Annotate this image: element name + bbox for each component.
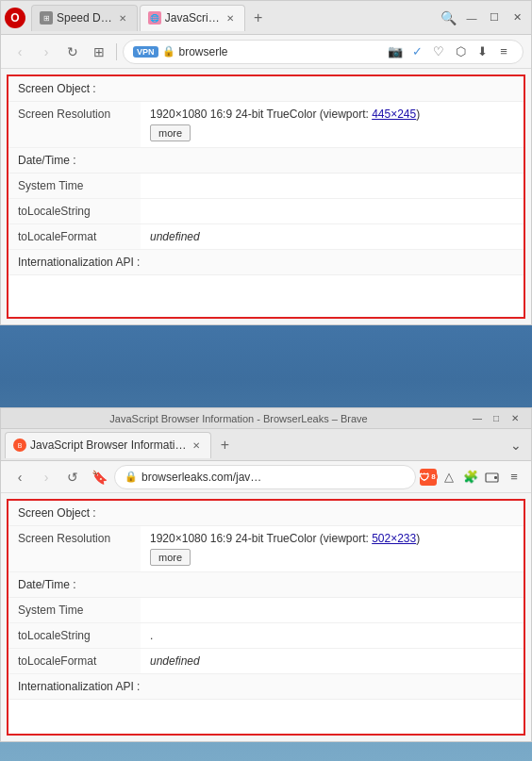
close-button-top[interactable]: ✕ <box>507 8 527 28</box>
opera-logo: O <box>5 8 25 28</box>
back-button-top[interactable]: ‹ <box>8 41 31 63</box>
brave-triangle-icon[interactable]: △ <box>440 468 458 487</box>
brave-tab-close[interactable]: ✕ <box>190 438 203 452</box>
address-action-icons-top: 📷 ✓ ♡ ⬡ ⬇ ≡ <box>386 42 513 61</box>
info-panel-top[interactable]: Screen Object : Screen Resolution 1920×1… <box>7 74 525 319</box>
content-area-top: Screen Object : Screen Resolution 1920×1… <box>1 69 531 324</box>
brave-url-text: browserleaks.com/jav… <box>141 471 406 484</box>
viewport-link-bottom[interactable]: 502×233 <box>372 532 416 545</box>
tab-bar-top: O ⊞ Speed D… ✕ 🌐 JavaScri… ✕ + 🔍 — ☐ ✕ <box>1 1 531 35</box>
brave-dropdown-button[interactable]: ⌄ <box>505 438 527 453</box>
brave-bookmark-button[interactable]: 🔖 <box>88 466 110 488</box>
opera-browser-window: O ⊞ Speed D… ✕ 🌐 JavaScri… ✕ + 🔍 — ☐ ✕ ‹… <box>0 0 532 325</box>
brave-tab-favicon: B <box>13 438 26 452</box>
datetime-header-bottom: Date/Time : <box>8 572 524 598</box>
download-icon-top[interactable]: ⬇ <box>473 42 491 61</box>
brave-shield-icon[interactable]: 🛡 8 <box>420 469 437 486</box>
forward-button-top[interactable]: › <box>35 41 58 63</box>
tab-javascript-info[interactable]: 🌐 JavaScri… ✕ <box>140 5 245 31</box>
internationalization-header-top: Internationalization API : <box>8 250 524 275</box>
speed-dial-close[interactable]: ✕ <box>116 11 129 25</box>
label-tolocalestring-top: toLocaleString <box>8 199 141 224</box>
address-bar-top: ‹ › ↻ ⊞ VPN 🔒 browserle 📷 ✓ ♡ ⬡ ⬇ ≡ <box>1 35 531 69</box>
table-row: System Time <box>8 174 524 199</box>
settings-icon-top[interactable]: ≡ <box>494 42 513 61</box>
brave-close-button[interactable]: ✕ <box>507 410 524 427</box>
label-tolocalestring-bottom: toLocaleString <box>8 623 141 649</box>
brave-menu-icon[interactable]: ≡ <box>505 468 524 487</box>
cube-icon-top[interactable]: ⬡ <box>451 42 470 61</box>
label-screen-resolution-top: Screen Resolution <box>8 102 141 148</box>
table-row: toLocaleFormat undefined <box>8 224 524 250</box>
brave-titlebar: JavaScript Browser Information - Browser… <box>1 408 531 429</box>
table-row: toLocaleFormat undefined <box>8 649 524 674</box>
value-tolocalestring-top <box>141 199 524 224</box>
screen-object-header-top: Screen Object : <box>8 76 524 102</box>
new-tab-button-top[interactable]: + <box>247 7 270 29</box>
brave-action-icons: 🛡 8 △ 🧩 ≡ <box>420 468 524 487</box>
info-table-bottom: Screen Resolution 1920×1080 16:9 24-bit … <box>8 526 524 572</box>
value-screen-resolution-bottom: 1920×1080 16:9 24-bit TrueColor (viewpor… <box>141 526 524 572</box>
info-table-top: Screen Resolution 1920×1080 16:9 24-bit … <box>8 102 524 148</box>
datetime-table-top: System Time toLocaleString toLocaleForma… <box>8 174 524 250</box>
table-row: Screen Resolution 1920×1080 16:9 24-bit … <box>8 102 524 148</box>
table-row: Screen Resolution 1920×1080 16:9 24-bit … <box>8 526 524 572</box>
table-row: toLocaleString . <box>8 623 524 649</box>
more-button-top[interactable]: more <box>150 124 191 141</box>
js-info-favicon: 🌐 <box>148 11 161 25</box>
more-button-bottom[interactable]: more <box>150 549 191 566</box>
js-info-close[interactable]: ✕ <box>224 11 237 25</box>
value-system-time-top <box>141 174 524 199</box>
svg-rect-1 <box>494 476 497 479</box>
brave-back-button[interactable]: ‹ <box>8 466 31 488</box>
label-screen-resolution-bottom: Screen Resolution <box>8 526 141 572</box>
url-text-top: browserle <box>179 45 382 58</box>
tab-search-icon-top[interactable]: 🔍 <box>437 7 459 29</box>
address-field-top[interactable]: VPN 🔒 browserle 📷 ✓ ♡ ⬡ ⬇ ≡ <box>123 40 524 64</box>
reload-button-top[interactable]: ↻ <box>61 41 84 63</box>
viewport-link-top[interactable]: 445×245 <box>372 108 416 121</box>
resolution-full-text-bottom: 1920×1080 16:9 24-bit TrueColor (viewpor… <box>150 532 514 545</box>
table-row: System Time <box>8 598 524 623</box>
minimize-button-top[interactable]: — <box>461 8 482 28</box>
datetime-header-top: Date/Time : <box>8 148 524 174</box>
label-system-time-top: System Time <box>8 174 141 199</box>
resolution-full-text-top: 1920×1080 16:9 24-bit TrueColor (viewpor… <box>150 108 514 121</box>
speed-dial-tab-title: Speed D… <box>57 11 112 25</box>
brave-tab-js-info[interactable]: B JavaScript Browser Informati… ✕ <box>5 432 211 458</box>
tab-speed-dial[interactable]: ⊞ Speed D… ✕ <box>31 5 138 31</box>
lock-icon-top: 🔒 <box>162 45 175 58</box>
brave-dropdown-icon: ⌄ <box>505 438 527 453</box>
screen-object-header-bottom: Screen Object : <box>8 501 524 526</box>
content-area-bottom: Screen Object : Screen Resolution 1920×1… <box>1 493 531 741</box>
check-icon-top[interactable]: ✓ <box>407 42 426 61</box>
info-panel-bottom[interactable]: Screen Object : Screen Resolution 1920×1… <box>7 499 525 736</box>
brave-address-bar: ‹ › ↺ 🔖 🔒 browserleaks.com/jav… 🛡 8 △ 🧩 … <box>1 461 531 493</box>
brave-maximize-button[interactable]: □ <box>488 410 505 427</box>
brave-puzzle-icon[interactable]: 🧩 <box>461 468 480 487</box>
grid-button-top[interactable]: ⊞ <box>88 41 110 63</box>
internationalization-header-bottom: Internationalization API : <box>8 674 524 700</box>
wallet-svg-icon <box>485 470 500 485</box>
brave-wallet-icon[interactable] <box>483 468 502 487</box>
resolution-value-bottom: 1920×1080 16:9 24-bit TrueColor (viewpor… <box>150 532 514 566</box>
speed-dial-favicon: ⊞ <box>40 11 53 25</box>
label-tolocaleformat-bottom: toLocaleFormat <box>8 649 141 674</box>
value-tolocaleformat-top: undefined <box>141 224 524 250</box>
resolution-value-top: 1920×1080 16:9 24-bit TrueColor (viewpor… <box>150 108 514 141</box>
datetime-table-bottom: System Time toLocaleString . toLocaleFor… <box>8 598 524 674</box>
brave-minimize-button[interactable]: — <box>469 410 486 427</box>
camera-icon-top[interactable]: 📷 <box>386 42 405 61</box>
heart-icon-top[interactable]: ♡ <box>429 42 448 61</box>
brave-tab-bar: B JavaScript Browser Informati… ✕ + ⌄ <box>1 429 531 461</box>
brave-reload-button[interactable]: ↺ <box>61 466 84 488</box>
brave-window-controls: — □ ✕ <box>469 410 524 427</box>
brave-address-field[interactable]: 🔒 browserleaks.com/jav… <box>114 465 416 489</box>
js-info-tab-title: JavaScri… <box>165 11 220 25</box>
brave-new-tab-button[interactable]: + <box>213 434 236 456</box>
maximize-button-top[interactable]: ☐ <box>484 8 505 28</box>
brave-shield-badge: 8 <box>429 472 437 481</box>
brave-tab-title: JavaScript Browser Informati… <box>30 438 186 452</box>
brave-window-title: JavaScript Browser Information - Browser… <box>8 413 469 424</box>
brave-forward-button[interactable]: › <box>35 466 58 488</box>
